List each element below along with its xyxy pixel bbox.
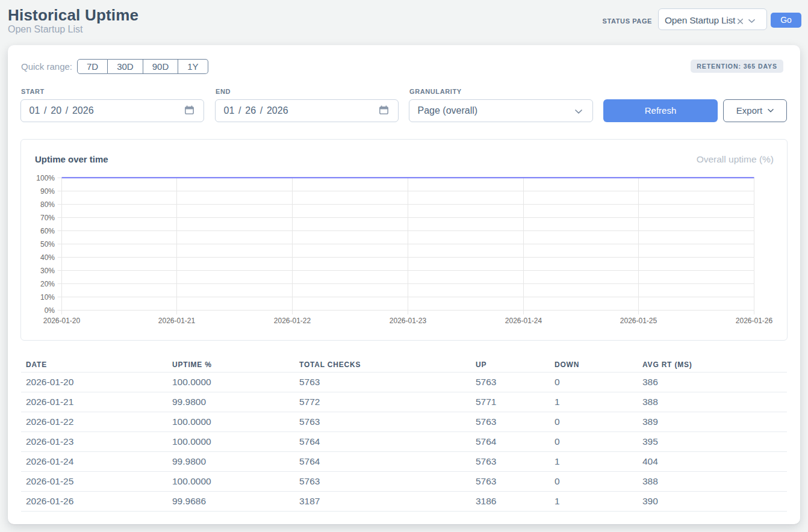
svg-text:60%: 60% xyxy=(40,227,55,235)
svg-text:2026-01-22: 2026-01-22 xyxy=(274,317,311,325)
svg-text:80%: 80% xyxy=(40,200,55,209)
svg-text:20%: 20% xyxy=(40,280,55,288)
svg-text:100%: 100% xyxy=(36,174,55,182)
svg-text:0%: 0% xyxy=(45,306,55,315)
svg-text:50%: 50% xyxy=(40,240,55,249)
svg-text:2026-01-20: 2026-01-20 xyxy=(43,317,81,325)
svg-text:2026-01-24: 2026-01-24 xyxy=(505,317,542,325)
svg-text:10%: 10% xyxy=(40,293,55,302)
svg-text:90%: 90% xyxy=(40,187,55,196)
svg-text:2026-01-26: 2026-01-26 xyxy=(736,317,773,325)
svg-text:2026-01-25: 2026-01-25 xyxy=(620,317,657,325)
svg-text:40%: 40% xyxy=(40,253,55,262)
svg-text:2026-01-21: 2026-01-21 xyxy=(158,317,196,325)
svg-text:30%: 30% xyxy=(40,267,55,275)
svg-text:70%: 70% xyxy=(40,214,55,222)
svg-text:2026-01-23: 2026-01-23 xyxy=(390,317,427,325)
